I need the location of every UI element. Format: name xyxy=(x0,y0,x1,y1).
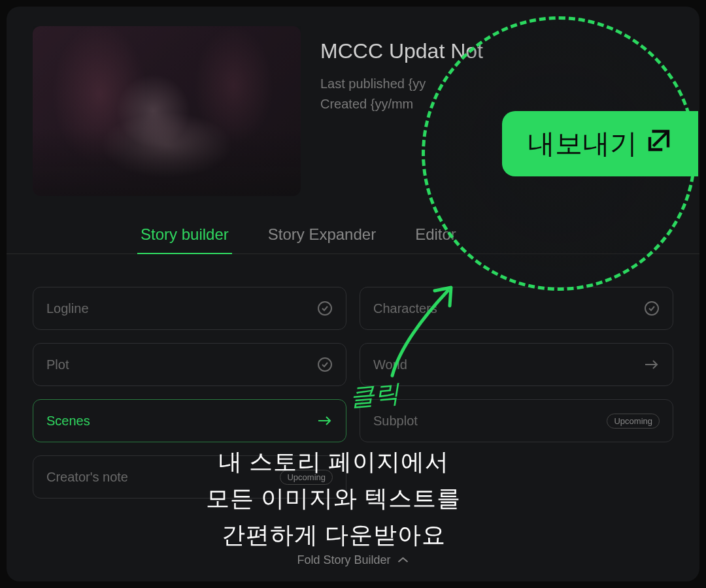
created-text: Created {yy/mm xyxy=(320,97,673,112)
tab-editor[interactable]: Editor xyxy=(412,216,460,253)
arrow-right-icon xyxy=(644,357,660,372)
arrow-right-icon xyxy=(317,413,333,429)
tab-story-builder[interactable]: Story builder xyxy=(137,216,232,253)
upcoming-badge: Upcoming xyxy=(280,470,333,485)
card-scenes[interactable]: Scenes xyxy=(33,399,346,442)
card-subplot[interactable]: Subplot Upcoming xyxy=(360,399,673,442)
card-label: Subplot xyxy=(373,414,418,429)
card-logline[interactable]: Logline xyxy=(33,287,346,330)
story-thumbnail[interactable] xyxy=(33,26,301,196)
external-link-icon xyxy=(645,127,673,161)
chevron-up-icon xyxy=(397,553,409,567)
export-button[interactable]: 내보내기 xyxy=(502,111,698,176)
export-button-label: 내보내기 xyxy=(528,125,637,162)
card-world[interactable]: World xyxy=(360,343,673,386)
check-circle-icon xyxy=(317,357,333,372)
last-published-text: Last published {yy xyxy=(320,76,673,91)
card-label: Plot xyxy=(46,357,69,372)
fold-story-builder-button[interactable]: Fold Story Builder xyxy=(297,553,409,567)
app-container: MCCC Updat Not Last published {yy Create… xyxy=(7,7,699,581)
svg-point-2 xyxy=(318,358,331,371)
card-label: Logline xyxy=(46,301,89,316)
card-label: Scenes xyxy=(46,414,90,429)
upcoming-badge: Upcoming xyxy=(607,414,660,429)
card-creators-note[interactable]: Creator's note Upcoming xyxy=(33,455,346,498)
card-label: World xyxy=(373,357,407,372)
card-characters[interactable]: Characters xyxy=(360,287,673,330)
tabs-bar: Story builder Story Expander Editor xyxy=(7,196,699,254)
fold-button-label: Fold Story Builder xyxy=(297,553,390,567)
check-circle-icon xyxy=(317,301,333,316)
card-label: Characters xyxy=(373,301,437,316)
card-label: Creator's note xyxy=(46,470,128,485)
svg-point-0 xyxy=(318,302,331,315)
cards-grid: Logline Characters Plot World Scenes xyxy=(7,254,699,531)
card-plot[interactable]: Plot xyxy=(33,343,346,386)
svg-point-1 xyxy=(645,302,658,315)
tab-story-expander[interactable]: Story Expander xyxy=(265,216,379,253)
check-circle-icon xyxy=(644,301,660,316)
page-title: MCCC Updat Not xyxy=(320,39,673,63)
